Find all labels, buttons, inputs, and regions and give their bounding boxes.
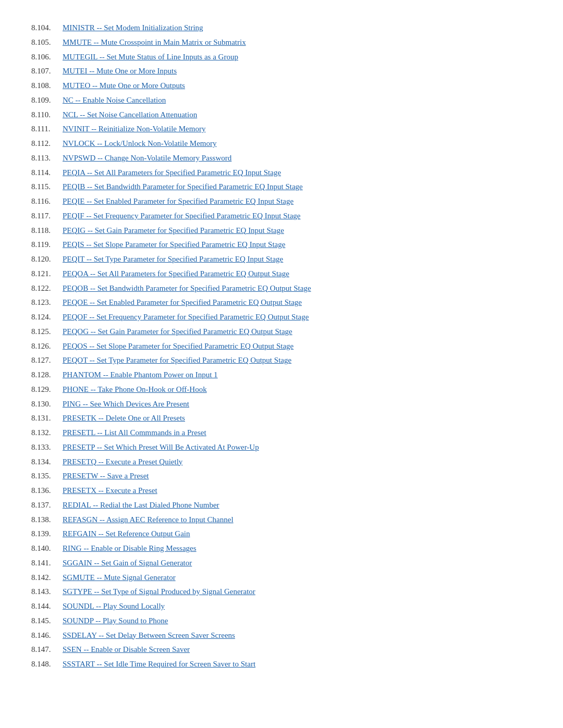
item-number: 8.109. [31,93,63,108]
item-link[interactable]: PEQIA -- Set All Parameters for Specifie… [63,166,281,180]
item-link[interactable]: PEQIB -- Set Bandwidth Parameter for Spe… [63,180,303,194]
list-item: 8.135.PRESETW -- Save a Preset [31,469,532,484]
list-item: 8.114.PEQIA -- Set All Parameters for Sp… [31,166,532,180]
list-item: 8.109.NC -- Enable Noise Cancellation [31,93,532,108]
item-link[interactable]: SGMUTE -- Mute Signal Generator [63,571,176,585]
item-link[interactable]: NCL -- Set Noise Cancellation Attenuatio… [63,108,197,122]
item-link[interactable]: MUTEI -- Mute One or More Inputs [63,64,177,79]
item-number: 8.125. [31,325,63,339]
item-number: 8.119. [31,238,63,252]
item-link[interactable]: REDIAL -- Redial the Last Dialed Phone N… [63,498,219,513]
item-number: 8.110. [31,108,63,122]
toc-list: 8.104.MINISTR -- Set Modem Initializatio… [31,21,532,672]
item-link[interactable]: PEQOT -- Set Type Parameter for Specifie… [63,353,291,368]
item-number: 8.127. [31,353,63,368]
item-link[interactable]: PEQOA -- Set All Parameters for Specifie… [63,267,289,281]
item-number: 8.114. [31,166,63,180]
item-number: 8.132. [31,426,63,440]
item-link[interactable]: MUTEO -- Mute One or More Outputs [63,79,185,93]
list-item: 8.140.RING -- Enable or Disable Ring Mes… [31,541,532,556]
item-link[interactable]: PRESETL -- List All Commmands in a Prese… [63,426,206,440]
item-link[interactable]: PRESETX -- Execute a Preset [63,484,157,498]
item-number: 8.115. [31,180,63,194]
list-item: 8.113.NVPSWD -- Change Non-Volatile Memo… [31,151,532,166]
list-item: 8.118.PEQIG -- Set Gain Parameter for Sp… [31,224,532,238]
item-link[interactable]: PEQIE -- Set Enabled Parameter for Speci… [63,194,293,209]
item-link[interactable]: PEQOG -- Set Gain Parameter for Specifie… [63,325,292,339]
item-link[interactable]: PRESETW -- Save a Preset [63,469,149,484]
item-link[interactable]: PRESETK -- Delete One or All Presets [63,411,185,426]
item-link[interactable]: MMUTE -- Mute Crosspoint in Main Matrix … [63,35,246,50]
item-number: 8.124. [31,310,63,325]
list-item: 8.138.REFASGN -- Assign AEC Reference to… [31,513,532,527]
item-number: 8.122. [31,281,63,296]
item-link[interactable]: NVINIT -- Reinitialize Non-Volatile Memo… [63,122,205,137]
item-link[interactable]: SSEN -- Enable or Disable Screen Saver [63,643,190,657]
item-number: 8.139. [31,527,63,541]
item-number: 8.142. [31,571,63,585]
item-link[interactable]: SSDELAY -- Set Delay Between Screen Save… [63,628,235,643]
list-item: 8.141.SGGAIN -- Set Gain of Signal Gener… [31,556,532,571]
item-link[interactable]: PING -- See Which Devices Are Present [63,397,189,412]
item-link[interactable]: PRESETQ -- Execute a Preset Quietly [63,455,182,470]
item-link[interactable]: NC -- Enable Noise Cancellation [63,93,166,108]
item-link[interactable]: PEQIS -- Set Slope Parameter for Specifi… [63,238,285,252]
item-link[interactable]: RING -- Enable or Disable Ring Messages [63,541,197,556]
list-item: 8.110.NCL -- Set Noise Cancellation Atte… [31,108,532,122]
item-number: 8.137. [31,498,63,513]
list-item: 8.123.PEQOE -- Set Enabled Parameter for… [31,295,532,310]
item-link[interactable]: SOUNDL -- Play Sound Locally [63,599,165,614]
item-link[interactable]: PHONE -- Take Phone On-Hook or Off-Hook [63,382,207,397]
item-link[interactable]: MUTEGIL -- Set Mute Status of Line Input… [63,50,238,65]
item-number: 8.123. [31,295,63,310]
item-link[interactable]: SGTYPE -- Set Type of Signal Produced by… [63,585,255,599]
item-link[interactable]: PRESETP -- Set Which Preset Will Be Acti… [63,440,259,455]
item-link[interactable]: PHANTOM -- Enable Phantom Power on Input… [63,368,218,382]
item-link[interactable]: PEQOE -- Set Enabled Parameter for Speci… [63,295,302,310]
list-item: 8.106.MUTEGIL -- Set Mute Status of Line… [31,50,532,65]
item-number: 8.111. [31,122,63,137]
list-item: 8.130.PING -- See Which Devices Are Pres… [31,397,532,412]
item-number: 8.146. [31,628,63,643]
list-item: 8.145.SOUNDP -- Play Sound to Phone [31,614,532,628]
item-link[interactable]: REFGAIN -- Set Reference Output Gain [63,527,190,541]
list-item: 8.127.PEQOT -- Set Type Parameter for Sp… [31,353,532,368]
list-item: 8.117.PEQIF -- Set Frequency Parameter f… [31,209,532,224]
item-number: 8.133. [31,440,63,455]
item-number: 8.128. [31,368,63,382]
item-number: 8.148. [31,657,63,672]
list-item: 8.137.REDIAL -- Redial the Last Dialed P… [31,498,532,513]
item-number: 8.147. [31,643,63,657]
list-item: 8.121.PEQOA -- Set All Parameters for Sp… [31,267,532,281]
item-link[interactable]: MINISTR -- Set Modem Initialization Stri… [63,21,203,35]
item-number: 8.129. [31,382,63,397]
item-link[interactable]: PEQIF -- Set Frequency Parameter for Spe… [63,209,301,224]
list-item: 8.112.NVLOCK -- Lock/Unlock Non-Volatile… [31,137,532,151]
list-item: 8.111.NVINIT -- Reinitialize Non-Volatil… [31,122,532,137]
list-item: 8.107.MUTEI -- Mute One or More Inputs [31,64,532,79]
item-link[interactable]: REFASGN -- Assign AEC Reference to Input… [63,513,234,527]
item-number: 8.118. [31,224,63,238]
item-link[interactable]: PEQOS -- Set Slope Parameter for Specifi… [63,339,293,354]
item-number: 8.106. [31,50,63,65]
item-link[interactable]: PEQOF -- Set Frequency Parameter for Spe… [63,310,309,325]
item-number: 8.113. [31,151,63,166]
list-item: 8.122.PEQOB -- Set Bandwidth Parameter f… [31,281,532,296]
item-link[interactable]: SSSTART -- Set Idle Time Required for Sc… [63,657,255,672]
list-item: 8.129.PHONE -- Take Phone On-Hook or Off… [31,382,532,397]
item-link[interactable]: NVPSWD -- Change Non-Volatile Memory Pas… [63,151,231,166]
item-number: 8.140. [31,541,63,556]
item-link[interactable]: PEQOB -- Set Bandwidth Parameter for Spe… [63,281,311,296]
item-number: 8.136. [31,484,63,498]
item-link[interactable]: SGGAIN -- Set Gain of Signal Generator [63,556,192,571]
list-item: 8.116.PEQIE -- Set Enabled Parameter for… [31,194,532,209]
item-link[interactable]: PEQIG -- Set Gain Parameter for Specifie… [63,224,284,238]
item-number: 8.141. [31,556,63,571]
item-number: 8.121. [31,267,63,281]
item-link[interactable]: NVLOCK -- Lock/Unlock Non-Volatile Memor… [63,137,217,151]
item-link[interactable]: PEQIT -- Set Type Parameter for Specifie… [63,252,283,267]
item-number: 8.135. [31,469,63,484]
item-link[interactable]: SOUNDP -- Play Sound to Phone [63,614,168,628]
item-number: 8.130. [31,397,63,412]
list-item: 8.108.MUTEO -- Mute One or More Outputs [31,79,532,93]
